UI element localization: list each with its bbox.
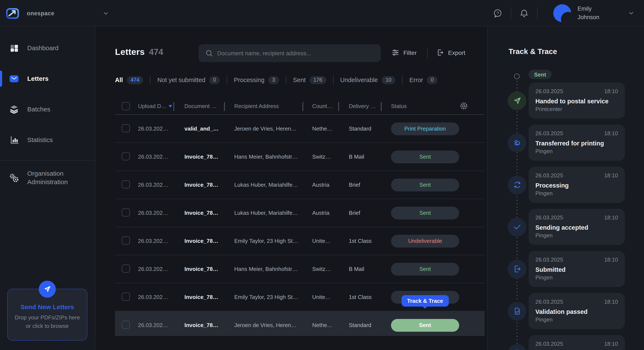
- event-date: 26.03.2025: [536, 88, 563, 94]
- table-row[interactable]: 26.03.202…Invoice_78…Hans Meier, Bahnhof…: [115, 255, 485, 283]
- column-header-recipient-address[interactable]: Recipient Address: [234, 103, 312, 109]
- gear-icon: [459, 101, 468, 111]
- column-header-status[interactable]: Status: [391, 103, 459, 109]
- cell-document-name: Invoice_78…: [184, 294, 234, 300]
- check-icon: [508, 217, 526, 236]
- row-checkbox[interactable]: [122, 180, 130, 188]
- column-header-delivery[interactable]: Delivery …: [349, 103, 391, 109]
- event-time: 18:10: [604, 299, 618, 305]
- sidebar-nav: DashboardLettersBatchesStatisticsOrganis…: [0, 26, 95, 188]
- event-date: 26.03.2025: [536, 130, 563, 137]
- select-all-cell: [122, 102, 138, 110]
- event-datetime: 26.03.202518:10: [536, 88, 618, 94]
- row-checkbox[interactable]: [122, 152, 130, 160]
- cell-status: Sent: [391, 150, 459, 163]
- table-row[interactable]: 26.03.202…valid_and_…Jeroen de Vries, He…: [115, 115, 485, 143]
- table-settings-button[interactable]: [459, 101, 468, 111]
- tab-not-yet-submitted[interactable]: Not yet submitted0: [158, 76, 220, 84]
- sidebar-item-dashboard[interactable]: Dashboard: [0, 38, 95, 58]
- table-row[interactable]: 26.03.202…Invoice_78…Lukas Huber, Mariah…: [115, 171, 485, 199]
- event-date: 26.03.2025: [536, 341, 563, 347]
- toolbar-divider: [427, 48, 428, 59]
- tab-label: Error: [409, 77, 423, 83]
- search-input[interactable]: [198, 44, 381, 62]
- cell-country: Switz…: [312, 154, 349, 160]
- cell-recipient-address: Hans Meier, Bahnhofstr…: [234, 266, 312, 272]
- row-checkbox[interactable]: [122, 208, 130, 216]
- column-header-upload-d[interactable]: Upload D…: [138, 103, 184, 109]
- event-source: Pingen: [536, 148, 618, 154]
- tab-label: Undeliverable: [340, 77, 378, 83]
- cell-country: Nethe…: [312, 126, 349, 132]
- tab-divider: [150, 75, 150, 85]
- event-datetime: 26.03.202518:10: [536, 299, 618, 305]
- table-row[interactable]: 26.03.202…Invoice_78…Emily Taylor, 23 Hi…: [115, 227, 485, 255]
- event-title: Processing: [536, 182, 618, 189]
- tab-sent[interactable]: Sent176: [293, 76, 326, 84]
- cell-delivery-product: Brief: [349, 181, 391, 188]
- event-date: 26.03.2025: [536, 299, 563, 305]
- tab-all[interactable]: All474: [115, 76, 143, 84]
- sort-descending-icon: [169, 105, 172, 107]
- help-button[interactable]: ?: [493, 8, 502, 18]
- active-indicator: [0, 71, 2, 87]
- track-status-badge: Sent: [528, 70, 552, 79]
- sidebar-item-batches[interactable]: Batches: [0, 99, 95, 120]
- page-title-row: Letters 474: [115, 47, 163, 57]
- tab-divider: [286, 75, 286, 85]
- export-icon: [436, 48, 444, 57]
- table-row[interactable]: 26.03.202…Invoice_78…Hans Meier, Bahnhof…: [115, 143, 485, 171]
- cell-delivery-product: Standard: [349, 126, 391, 132]
- row-checkbox[interactable]: [122, 264, 130, 272]
- tabs: All474Not yet submitted0Processing3Sent1…: [115, 74, 438, 86]
- track-event-card: 26.03.202518:10: [528, 335, 625, 350]
- sidebar-divider: [0, 160, 95, 161]
- search-bar: [198, 44, 381, 62]
- event-date: 26.03.2025: [536, 214, 563, 221]
- cell-status: Print Preparation: [391, 122, 459, 135]
- column-header-document[interactable]: Document …: [184, 103, 234, 109]
- cell-recipient-address: Jeroen de Vries, Heren…: [234, 322, 312, 328]
- event-source: Pingen: [536, 316, 618, 323]
- notifications-button[interactable]: [519, 8, 529, 18]
- sidebar-item-letters[interactable]: Letters: [0, 68, 95, 89]
- tab-undeliverable[interactable]: Undeliverable10: [340, 76, 395, 84]
- statistics-icon: [9, 135, 19, 145]
- cell-status: Undeliverable: [391, 234, 459, 247]
- cell-upload-date: 26.03.202…: [138, 154, 184, 160]
- select-all-checkbox[interactable]: [122, 102, 130, 110]
- row-checkbox[interactable]: [122, 236, 130, 244]
- user-menu-chevron-down-icon[interactable]: [628, 10, 635, 16]
- send-new-letters-dropzone[interactable]: Send New Letters Drop your PDFs/ZIPs her…: [7, 289, 87, 341]
- table-row[interactable]: 26.03.202…Invoice_78…Lukas Huber, Mariah…: [115, 199, 485, 227]
- column-header-label: Count…: [312, 103, 332, 109]
- page-title-count: 474: [149, 47, 163, 57]
- event-datetime: 26.03.202518:10: [536, 214, 618, 221]
- tab-processing[interactable]: Processing3: [234, 76, 279, 84]
- topbar-divider: [537, 8, 538, 19]
- cell-document-name: Invoice_78…: [184, 322, 234, 328]
- filter-button[interactable]: Filter: [392, 48, 416, 57]
- cell-recipient-address: Lukas Huber, Mariahilfe…: [234, 210, 312, 216]
- dropzone-title: Send New Letters: [8, 303, 87, 311]
- row-checkbox[interactable]: [122, 321, 130, 329]
- user-name: Emily Johnson: [578, 5, 608, 21]
- cell-recipient-address: Emily Taylor, 23 High St…: [234, 294, 312, 300]
- avatar[interactable]: [553, 4, 571, 22]
- event-source: Pingen: [536, 232, 618, 239]
- column-divider: [302, 102, 303, 111]
- event-datetime: 26.03.202518:10: [536, 130, 618, 137]
- track-event-card: 26.03.202518:10Validation passedPingen: [528, 293, 625, 329]
- column-header-count[interactable]: Count…: [312, 103, 349, 109]
- export-button[interactable]: Export: [436, 48, 465, 57]
- row-checkbox[interactable]: [122, 292, 130, 301]
- workspace-switcher[interactable]: onespace: [6, 0, 109, 26]
- row-checkbox[interactable]: [122, 124, 130, 132]
- tab-count-badge: 0: [427, 76, 438, 84]
- table-row[interactable]: 26.03.202…Invoice_78…Jeroen de Vries, He…: [115, 311, 485, 336]
- sidebar-item-statistics[interactable]: Statistics: [0, 130, 95, 150]
- event-time: 18:10: [604, 341, 618, 347]
- tab-error[interactable]: Error0: [409, 76, 438, 84]
- sidebar-item-label: Letters: [27, 74, 48, 83]
- sidebar-item-organisation-administration[interactable]: Organisation Administration: [0, 168, 95, 188]
